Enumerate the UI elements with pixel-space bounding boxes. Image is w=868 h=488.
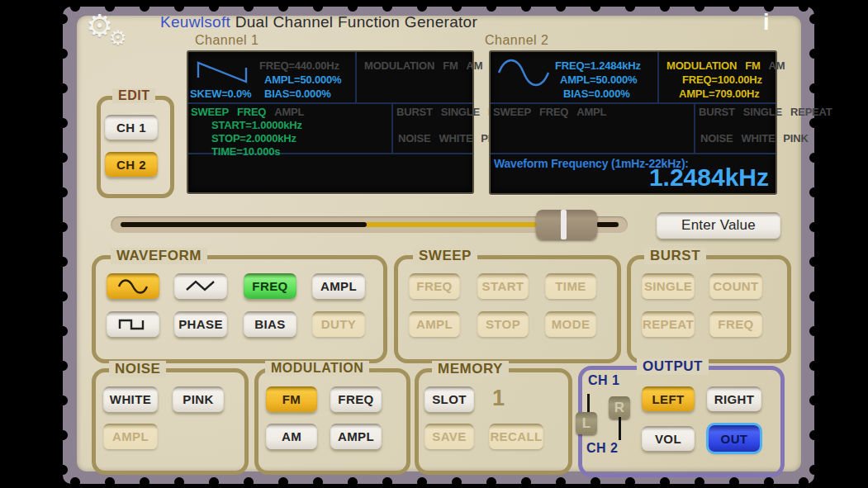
- modulation-freq-button[interactable]: FREQ: [330, 386, 382, 412]
- waveform-freq-button[interactable]: FREQ: [244, 273, 296, 299]
- channel2-label: Channel 2: [485, 33, 548, 48]
- sweep-section-title: SWEEP: [413, 248, 477, 264]
- waveform-bias-label: BIAS: [254, 317, 285, 331]
- modulation-ampl-button[interactable]: AMPL: [330, 424, 382, 449]
- output-ch2-label: CH 2: [586, 441, 618, 456]
- waveform-sine-button[interactable]: [107, 273, 159, 299]
- app-title: Keuwlsoft Dual Channel Function Generato…: [160, 13, 477, 31]
- output-left-button[interactable]: LEFT: [642, 386, 695, 411]
- ch2-noise-white: WHITE: [741, 132, 775, 145]
- ch1-sweep-stop: STOP=2.0000kHz: [211, 132, 296, 145]
- value-slider-line-active: [367, 222, 542, 227]
- output-right-label: RIGHT: [714, 392, 755, 406]
- waveform-duty-button: DUTY: [312, 311, 365, 337]
- ch1-mod-fm: FM: [443, 59, 458, 72]
- ch1-noise-title: NOISE: [398, 132, 430, 145]
- ch2-noise-row: NOISEWHITEPINK: [700, 132, 809, 145]
- ch1-sweep-ampl: AMPL: [274, 106, 304, 118]
- bezel-notches-right: [809, 2, 819, 487]
- modulation-freq-label: FREQ: [338, 392, 373, 406]
- output-right-switch-stem: [619, 417, 621, 440]
- output-left-switch-label: L: [582, 415, 591, 432]
- value-slider-handle-stripe: [561, 210, 567, 239]
- value-slider-handle[interactable]: [536, 210, 597, 239]
- waveform-bias-button[interactable]: BIAS: [244, 311, 296, 337]
- output-right-button[interactable]: RIGHT: [707, 386, 761, 411]
- waveform-section-title: WAVEFORM: [111, 248, 207, 264]
- ch2-noise-pink: PINK: [783, 132, 808, 145]
- noise-pink-label: PINK: [183, 392, 213, 406]
- noise-pink-button[interactable]: PINK: [173, 386, 224, 412]
- ch2-modulation-row: MODULATIONFMAM: [666, 59, 785, 72]
- noise-section: NOISE: [92, 368, 249, 475]
- edit-ch2-label: CH 2: [116, 158, 146, 172]
- memory-recall-label: RECALL: [490, 429, 542, 443]
- bezel-notches-bottom: [58, 477, 819, 487]
- edit-section: EDIT: [97, 96, 174, 198]
- waveform-triangle-button[interactable]: [174, 273, 227, 299]
- app-root: ⚙ ⚙ Keuwlsoft Dual Channel Function Gene…: [0, 0, 868, 488]
- sweep-stop-label: STOP: [486, 317, 520, 331]
- ch1-sweep-row: SWEEPFREQAMPL: [191, 106, 304, 118]
- ch2-burst-row: BURSTSINGLEREPEAT: [699, 106, 832, 118]
- settings-gear-small-icon[interactable]: ⚙: [109, 26, 127, 50]
- sweep-ampl-label: AMPL: [416, 317, 453, 331]
- burst-repeat-button: REPEAT: [642, 311, 695, 337]
- modulation-fm-button[interactable]: FM: [266, 386, 317, 412]
- ch2-sweep-ampl: AMPL: [576, 106, 606, 118]
- modulation-am-label: AM: [282, 429, 301, 443]
- output-left-channel-switch[interactable]: L: [576, 412, 597, 434]
- value-slider-line-left: [121, 222, 367, 227]
- output-vol-label: VOL: [655, 432, 681, 446]
- sweep-stop-button: STOP: [477, 311, 529, 337]
- bezel-notches-left: [58, 2, 68, 487]
- ch1-noise-white: WHITE: [439, 132, 472, 145]
- ch2-burst-repeat: REPEAT: [790, 106, 832, 118]
- ch1-mod-am: AM: [467, 59, 483, 72]
- sweep-ampl-button: AMPL: [409, 311, 460, 337]
- waveform-square-button[interactable]: [107, 311, 159, 337]
- memory-slot-label: SLOT: [432, 392, 467, 406]
- burst-single-button: SINGLE: [642, 273, 695, 299]
- ch2-bias-value: BIAS=0.000%: [563, 88, 630, 100]
- ch1-sweep-time: TIME=10.000s: [211, 145, 280, 158]
- info-icon[interactable]: i: [763, 10, 770, 36]
- burst-count-button: COUNT: [709, 273, 762, 299]
- ch2-mod-freq: FREQ=100.00Hz: [682, 73, 762, 86]
- edit-section-title: EDIT: [112, 88, 155, 103]
- edit-ch1-label: CH 1: [116, 121, 146, 135]
- modulation-section-title: MODULATION: [265, 361, 369, 376]
- noise-white-button[interactable]: WHITE: [103, 386, 158, 412]
- waveform-ampl-label: AMPL: [320, 279, 357, 293]
- sweep-mode-button: MODE: [545, 311, 596, 337]
- sweep-time-button: TIME: [545, 273, 596, 299]
- enter-value-label: Enter Value: [681, 217, 756, 234]
- waveform-phase-button[interactable]: PHASE: [174, 311, 227, 337]
- memory-save-label: SAVE: [432, 429, 466, 443]
- output-out-button[interactable]: OUT: [709, 425, 760, 452]
- output-right-channel-switch[interactable]: R: [609, 396, 630, 419]
- edit-ch2-button[interactable]: CH 2: [105, 152, 158, 177]
- output-vol-button[interactable]: VOL: [642, 426, 695, 451]
- output-left-label: LEFT: [652, 392, 684, 406]
- modulation-am-button[interactable]: AM: [266, 424, 317, 449]
- waveform-ampl-button[interactable]: AMPL: [312, 273, 365, 299]
- sweep-time-label: TIME: [555, 279, 586, 293]
- edit-ch1-button[interactable]: CH 1: [105, 115, 158, 140]
- output-right-switch-label: R: [614, 400, 624, 416]
- ch2-mod-title: MODULATION: [666, 59, 737, 72]
- ch1-skew-value: SKEW=0.0%: [190, 88, 251, 100]
- ch1-mod-title: MODULATION: [364, 59, 434, 72]
- app-title-text: Dual Channel Function Generator: [230, 13, 477, 31]
- ch1-sweep-start: START=1.0000kHz: [211, 119, 302, 131]
- memory-section-title: MEMORY: [432, 361, 509, 377]
- noise-white-label: WHITE: [110, 392, 151, 406]
- memory-slot-button[interactable]: SLOT: [425, 386, 474, 412]
- ch2-edit-param-value: 1.2484kHz: [649, 163, 769, 192]
- ch1-freq-value: FREQ=440.00Hz: [259, 59, 339, 72]
- enter-value-button[interactable]: Enter Value: [657, 212, 780, 239]
- ch2-sweep-row: SWEEPFREQAMPL: [493, 106, 606, 118]
- ch2-sweep-title: SWEEP: [493, 106, 531, 118]
- ramp-down-icon: [193, 56, 253, 89]
- output-ch1-label: CH 1: [588, 373, 619, 388]
